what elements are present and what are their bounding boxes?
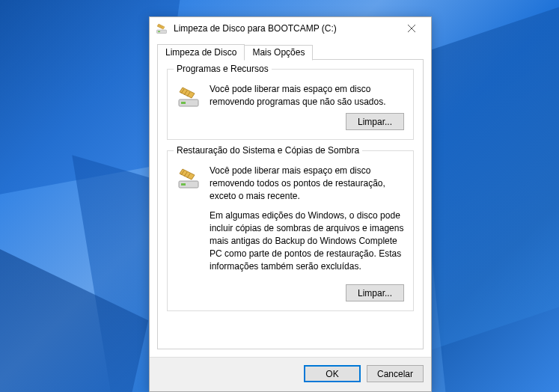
group-description-extra: Em algumas edições do Windows, o disco p… <box>210 209 404 272</box>
cancel-button[interactable]: Cancelar <box>367 365 424 382</box>
group-legend: Restauração do Sistema e Cópias de Sombr… <box>174 145 362 156</box>
svg-rect-8 <box>181 102 186 104</box>
cleanup-restore-button[interactable]: Limpar... <box>346 284 404 301</box>
group-programs-features: Programas e Recursos Você pode liberar m… <box>167 69 414 140</box>
svg-rect-13 <box>181 183 186 186</box>
titlebar: Limpeza de Disco para BOOTCAMP (C:) <box>150 17 431 40</box>
tabpanel-more-options: Programas e Recursos Você pode liberar m… <box>157 59 424 349</box>
close-icon <box>408 25 415 32</box>
client-area: Limpeza de Disco Mais Opções Programas e… <box>150 40 431 357</box>
group-description: Você pode liberar mais espaço em disco r… <box>210 165 404 202</box>
tab-more-options[interactable]: Mais Opções <box>244 45 313 61</box>
dialog-footer: OK Cancelar <box>150 357 431 391</box>
group-legend: Programas e Recursos <box>174 64 272 74</box>
disk-cleanup-dialog: Limpeza de Disco para BOOTCAMP (C:) Limp… <box>149 16 432 392</box>
svg-rect-1 <box>158 31 160 33</box>
disk-cleanup-icon <box>156 22 168 34</box>
group-description: Você pode liberar mais espaço em disco r… <box>210 83 404 108</box>
window-title: Limpeza de Disco para BOOTCAMP (C:) <box>174 23 397 34</box>
cleanup-programs-button[interactable]: Limpar... <box>346 113 404 130</box>
close-button[interactable] <box>397 18 427 39</box>
tabstrip: Limpeza de Disco Mais Opções <box>157 44 424 60</box>
ok-button[interactable]: OK <box>304 365 361 382</box>
tab-disk-cleanup[interactable]: Limpeza de Disco <box>157 44 245 60</box>
group-system-restore: Restauração do Sistema e Cópias de Sombr… <box>167 150 414 311</box>
disk-cleanup-icon <box>177 83 201 108</box>
disk-cleanup-icon <box>177 165 201 280</box>
